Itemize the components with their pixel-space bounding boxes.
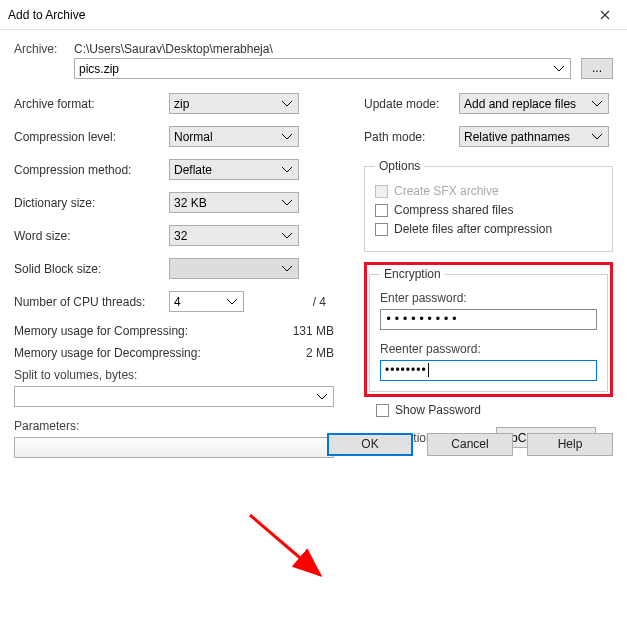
help-button[interactable]: Help [527, 433, 613, 456]
reenterpw-label: Reenter password: [380, 342, 597, 356]
encryption-fieldset: Encryption Enter password: ••••••••• Ree… [369, 267, 608, 392]
shared-label: Compress shared files [394, 203, 513, 217]
pathmode-label: Path mode: [364, 130, 459, 144]
solidblock-select[interactable] [169, 258, 299, 279]
encryption-legend: Encryption [380, 267, 445, 281]
showpw-label: Show Password [395, 403, 481, 417]
pathmode-select[interactable]: Relative pathnames [459, 126, 609, 147]
cputhreads-max: / 4 [313, 295, 326, 309]
svg-line-1 [250, 515, 320, 575]
options-fieldset: Options Create SFX archive Compress shar… [364, 159, 613, 252]
memcompress-label: Memory usage for Compressing: [14, 324, 188, 338]
close-button[interactable] [582, 0, 627, 29]
annotation-arrow-icon [240, 510, 340, 590]
sfx-label: Create SFX archive [394, 184, 499, 198]
dictsize-select[interactable]: 32 KB [169, 192, 299, 213]
updatemode-select[interactable]: Add and replace files [459, 93, 609, 114]
cancel-button[interactable]: Cancel [427, 433, 513, 456]
enterpw-label: Enter password: [380, 291, 597, 305]
format-select[interactable]: zip [169, 93, 299, 114]
complevel-label: Compression level: [14, 130, 169, 144]
memcompress-value: 131 MB [293, 324, 334, 338]
titlebar: Add to Archive [0, 0, 627, 30]
shared-checkbox[interactable] [375, 204, 388, 217]
memdecompress-label: Memory usage for Decompressing: [14, 346, 201, 360]
wordsize-label: Word size: [14, 229, 169, 243]
window-title: Add to Archive [8, 8, 85, 22]
cputhreads-label: Number of CPU threads: [14, 295, 169, 309]
dictsize-label: Dictionary size: [14, 196, 169, 210]
cputhreads-select[interactable]: 4 [169, 291, 244, 312]
enterpw-input[interactable]: ••••••••• [380, 309, 597, 330]
encryption-highlight: Encryption Enter password: ••••••••• Ree… [364, 262, 613, 397]
complevel-select[interactable]: Normal [169, 126, 299, 147]
updatemode-label: Update mode: [364, 97, 459, 111]
archive-label: Archive: [14, 42, 74, 56]
options-legend: Options [375, 159, 424, 173]
format-label: Archive format: [14, 97, 169, 111]
deleteafter-checkbox[interactable] [375, 223, 388, 236]
parameters-input[interactable] [14, 437, 334, 458]
deleteafter-label: Delete files after compression [394, 222, 552, 236]
archive-path: C:\Users\Saurav\Desktop\merabheja\ [74, 42, 613, 56]
archive-filename-combo[interactable]: pics.zip [74, 58, 571, 79]
solidblock-label: Solid Block size: [14, 262, 169, 276]
parameters-label: Parameters: [14, 419, 334, 433]
splitvolumes-combo[interactable] [14, 386, 334, 407]
memdecompress-value: 2 MB [306, 346, 334, 360]
showpw-checkbox[interactable] [376, 404, 389, 417]
sfx-checkbox [375, 185, 388, 198]
ok-button[interactable]: OK [327, 433, 413, 456]
compmethod-select[interactable]: Deflate [169, 159, 299, 180]
wordsize-select[interactable]: 32 [169, 225, 299, 246]
reenterpw-input[interactable]: •••••••• [380, 360, 597, 381]
compmethod-label: Compression method: [14, 163, 169, 177]
browse-button[interactable]: ... [581, 58, 613, 79]
splitvolumes-label: Split to volumes, bytes: [14, 368, 334, 382]
